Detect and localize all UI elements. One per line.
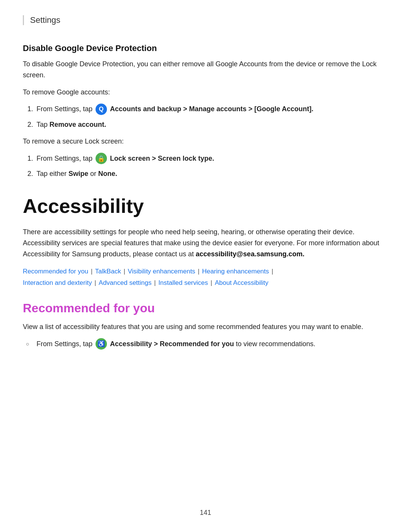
recommended-section: Recommended for you View a list of acces… xyxy=(23,301,388,350)
page-number: 141 xyxy=(200,509,211,517)
remove-accounts-list: From Settings, tap Q Accounts and backup… xyxy=(35,104,388,130)
step1-bold: Accounts and backup > Manage accounts > … xyxy=(110,105,313,113)
page-header: Settings xyxy=(23,15,388,25)
recommended-body: View a list of accessibility features th… xyxy=(23,321,388,332)
list-item: Tap either Swipe or None. xyxy=(35,168,388,179)
list-item: Tap Remove account. xyxy=(35,119,388,130)
rec-step-prefix: From Settings, tap xyxy=(37,340,92,348)
link-installed[interactable]: Installed services xyxy=(158,279,208,286)
link-hearing[interactable]: Hearing enhancements xyxy=(202,268,269,275)
list-item: From Settings, tap ♿ Accessibility > Rec… xyxy=(33,339,388,350)
link-about[interactable]: About Accessibility xyxy=(215,279,268,286)
list-item: From Settings, tap 🔒 Lock screen > Scree… xyxy=(35,153,388,165)
step3-prefix: From Settings, tap xyxy=(37,155,92,162)
link-advanced[interactable]: Advanced settings xyxy=(99,279,151,286)
disable-para3: To remove a secure Lock screen: xyxy=(23,136,388,147)
link-visibility[interactable]: Visibility enhancements xyxy=(128,268,195,275)
rec-step-bold: Accessibility > Recommended for you xyxy=(110,340,234,348)
link-talkback[interactable]: TalkBack xyxy=(95,268,121,275)
rec-step-suffix-text: to view recommendations. xyxy=(236,340,315,348)
accounts-icon: Q xyxy=(96,104,107,115)
recommended-heading: Recommended for you xyxy=(23,301,388,315)
step1-prefix: From Settings, tap xyxy=(37,105,92,113)
remove-lock-list: From Settings, tap 🔒 Lock screen > Scree… xyxy=(35,153,388,179)
accessibility-heading: Accessibility xyxy=(23,195,388,217)
step4-text: Tap either Swipe or None. xyxy=(37,170,117,177)
disable-section: Disable Google Device Protection To disa… xyxy=(23,43,388,179)
list-item: From Settings, tap Q Accounts and backup… xyxy=(35,104,388,115)
lock-icon: 🔒 xyxy=(96,153,107,164)
accessibility-icon: ♿ xyxy=(96,338,107,350)
disable-section-title: Disable Google Device Protection xyxy=(23,43,388,53)
disable-para2: To remove Google accounts: xyxy=(23,87,388,98)
recommended-list: From Settings, tap ♿ Accessibility > Rec… xyxy=(33,339,388,350)
disable-para1: To disable Google Device Protection, you… xyxy=(23,59,388,81)
link-recommended[interactable]: Recommended for you xyxy=(23,268,88,275)
accessibility-links: Recommended for you | TalkBack | Visibil… xyxy=(23,266,388,289)
link-interaction[interactable]: Interaction and dexterity xyxy=(23,279,92,286)
step2-text: Tap Remove account. xyxy=(37,121,106,128)
accessibility-body: There are accessibility settings for peo… xyxy=(23,227,388,259)
step3-bold: Lock screen > Screen lock type. xyxy=(110,155,214,162)
accessibility-email: accessibility@sea.samsung.com. xyxy=(196,250,304,258)
